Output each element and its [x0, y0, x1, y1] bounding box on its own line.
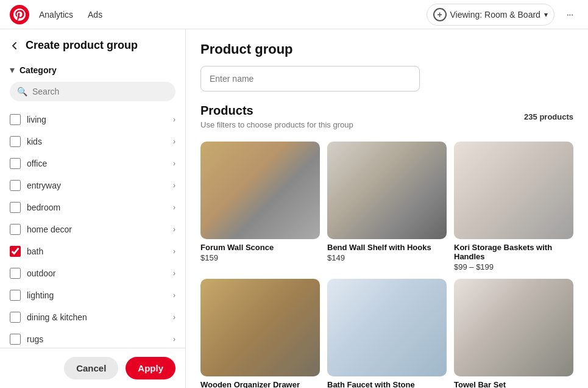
product-image-6	[454, 279, 573, 376]
product-name-input[interactable]	[200, 66, 420, 92]
nav-right: + Viewing: Room & Board ▾ ···	[427, 4, 578, 26]
category-item-rugs[interactable]: rugs›	[0, 328, 185, 348]
product-card-2[interactable]: Bend Wall Shelf with Hooks$149	[327, 142, 447, 271]
page-title: Create product group	[26, 39, 138, 52]
product-image-2	[327, 142, 447, 239]
category-item-office[interactable]: office›	[0, 153, 185, 174]
product-name-2: Bend Wall Shelf with Hooks	[327, 243, 447, 252]
products-header: Products Use filters to choose products …	[200, 104, 573, 135]
category-checkbox-lighting[interactable]	[10, 290, 21, 301]
more-options-button[interactable]: ···	[562, 7, 578, 21]
category-item-bath[interactable]: bath›	[0, 240, 185, 262]
category-item-chevron-icon: ›	[173, 137, 175, 146]
products-count-suffix: products	[537, 112, 573, 121]
category-item-entryway[interactable]: entryway›	[0, 174, 185, 196]
products-grid: Forum Wall Sconce$159Bend Wall Shelf wit…	[200, 142, 573, 388]
sidebar: Create product group ▾ Category 🔍 living…	[0, 29, 186, 388]
product-image-5	[327, 279, 447, 376]
category-item-chevron-icon: ›	[173, 159, 175, 168]
product-name-1: Forum Wall Sconce	[200, 243, 320, 252]
category-item-chevron-icon: ›	[173, 203, 175, 212]
viewing-label: Viewing: Room & Board	[450, 10, 540, 20]
page-body: Create product group ▾ Category 🔍 living…	[0, 29, 588, 388]
category-item-chevron-icon: ›	[173, 225, 175, 234]
category-item-label: office	[27, 159, 167, 168]
product-card-5[interactable]: Bath Faucet with Stone Accessories$249	[327, 279, 447, 388]
sidebar-footer: Cancel Apply	[0, 348, 185, 388]
product-card-3[interactable]: Kori Storage Baskets with Handles$99 – $…	[454, 142, 573, 271]
products-count: 235 products	[524, 112, 573, 121]
product-image-1	[200, 142, 320, 239]
category-item-label: bedroom	[27, 203, 167, 212]
category-checkbox-living[interactable]	[10, 114, 21, 125]
nav-ads[interactable]: Ads	[88, 7, 102, 22]
category-item-label: dining & kitchen	[27, 312, 167, 322]
products-section-info: Products Use filters to choose products …	[200, 104, 353, 135]
category-item-chevron-icon: ›	[173, 335, 175, 343]
category-item-outdoor[interactable]: outdoor›	[0, 262, 185, 284]
category-item-dining-&-kitchen[interactable]: dining & kitchen›	[0, 306, 185, 328]
category-item-bedroom[interactable]: bedroom›	[0, 196, 185, 218]
category-checkbox-bath[interactable]	[10, 246, 21, 257]
category-checkbox-office[interactable]	[10, 158, 21, 169]
category-item-living[interactable]: living›	[0, 109, 185, 131]
category-item-chevron-icon: ›	[173, 269, 175, 278]
nav-analytics[interactable]: Analytics	[39, 7, 73, 22]
category-list: living›kids›office›entryway›bedroom›home…	[0, 106, 185, 348]
more-icon: ···	[567, 10, 573, 19]
category-item-label: lighting	[27, 290, 167, 300]
category-item-label: rugs	[27, 334, 167, 344]
back-button[interactable]	[10, 41, 19, 51]
cancel-button[interactable]: Cancel	[64, 357, 118, 379]
product-price-3: $99 – $199	[454, 262, 573, 271]
category-item-lighting[interactable]: lighting›	[0, 284, 185, 306]
category-item-label: kids	[27, 137, 167, 146]
category-checkbox-home-decor[interactable]	[10, 224, 21, 235]
category-item-label: entryway	[27, 181, 167, 190]
category-item-chevron-icon: ›	[173, 181, 175, 190]
chevron-down-icon: ▾	[544, 10, 548, 19]
sidebar-header: Create product group	[0, 29, 185, 59]
category-item-chevron-icon: ›	[173, 115, 175, 124]
product-card-4[interactable]: Wooden Organizer Drawer$129	[200, 279, 320, 388]
category-checkbox-dining-&-kitchen[interactable]	[10, 312, 21, 323]
products-heading: Products	[200, 104, 353, 118]
category-item-kids[interactable]: kids›	[0, 131, 185, 153]
viewing-button[interactable]: + Viewing: Room & Board ▾	[427, 4, 554, 26]
category-label: Category	[19, 65, 57, 75]
category-checkbox-rugs[interactable]	[10, 334, 21, 345]
search-box[interactable]: 🔍	[10, 82, 175, 101]
product-image-4	[200, 279, 320, 376]
search-input[interactable]	[32, 87, 168, 96]
category-item-chevron-icon: ›	[173, 247, 175, 256]
category-checkbox-entryway[interactable]	[10, 180, 21, 191]
category-checkbox-outdoor[interactable]	[10, 268, 21, 279]
product-name-4: Wooden Organizer Drawer	[200, 380, 320, 388]
product-name-6: Towel Bar Set	[454, 380, 573, 388]
category-item-label: bath	[27, 246, 167, 256]
pinterest-logo[interactable]	[10, 5, 29, 24]
svg-point-0	[10, 5, 29, 24]
apply-button[interactable]: Apply	[126, 357, 175, 379]
product-name-5: Bath Faucet with Stone Accessories	[327, 380, 447, 388]
plus-circle-icon: +	[433, 8, 447, 21]
category-checkbox-bedroom[interactable]	[10, 202, 21, 213]
products-subtitle: Use filters to choose products for this …	[200, 120, 353, 129]
category-checkbox-kids[interactable]	[10, 136, 21, 147]
nav-links: Analytics Ads	[39, 7, 427, 22]
product-price-2: $149	[327, 253, 447, 262]
category-item-chevron-icon: ›	[173, 313, 175, 322]
search-icon: 🔍	[17, 87, 27, 96]
category-item-label: living	[27, 115, 167, 124]
category-item-home-decor[interactable]: home decor›	[0, 218, 185, 240]
product-name-3: Kori Storage Baskets with Handles	[454, 243, 573, 261]
category-item-chevron-icon: ›	[173, 291, 175, 300]
product-card-1[interactable]: Forum Wall Sconce$159	[200, 142, 320, 271]
category-item-label: home decor	[27, 225, 167, 234]
product-image-3	[454, 142, 573, 239]
products-count-number: 235	[524, 112, 537, 121]
main-content: Product group Products Use filters to ch…	[186, 29, 588, 388]
product-card-6[interactable]: Towel Bar Set$89	[454, 279, 573, 388]
top-navigation: Analytics Ads + Viewing: Room & Board ▾ …	[0, 0, 588, 29]
product-group-heading: Product group	[200, 41, 573, 57]
